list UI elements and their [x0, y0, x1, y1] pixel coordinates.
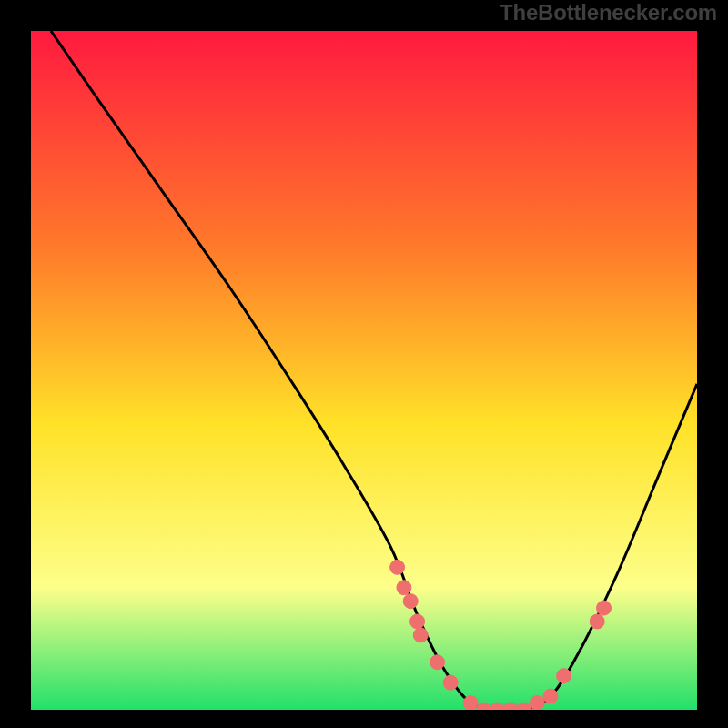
highlight-dot	[543, 689, 558, 703]
highlight-dot	[590, 614, 604, 629]
chart-frame: TheBottlenecker.com	[0, 0, 728, 728]
watermark-text: TheBottlenecker.com	[500, 0, 717, 25]
highlight-dot	[403, 594, 418, 609]
highlight-dot	[390, 560, 405, 574]
highlight-dot	[557, 669, 571, 683]
highlight-dot	[463, 696, 478, 710]
highlight-dot	[413, 628, 428, 642]
chart-svg	[31, 31, 697, 710]
highlight-dot	[597, 601, 612, 615]
highlight-dot	[397, 581, 411, 595]
highlight-dot	[410, 614, 425, 629]
highlight-dot	[443, 675, 458, 690]
highlight-dot	[430, 655, 445, 670]
plot-area	[31, 31, 697, 710]
highlight-dot	[530, 696, 544, 710]
